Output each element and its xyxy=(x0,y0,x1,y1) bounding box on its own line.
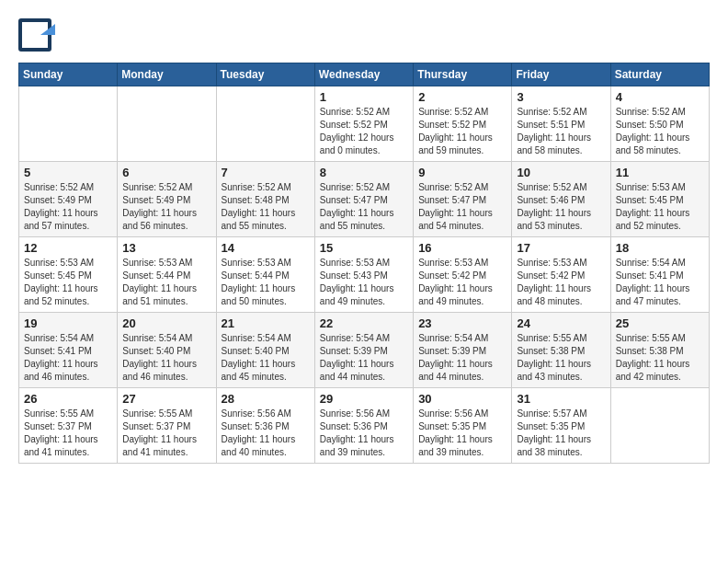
calendar-week-3: 19Sunrise: 5:54 AMSunset: 5:41 PMDayligh… xyxy=(19,313,710,388)
day-details: Sunrise: 5:54 AMSunset: 5:40 PMDaylight:… xyxy=(122,332,210,384)
calendar-cell: 23Sunrise: 5:54 AMSunset: 5:39 PMDayligh… xyxy=(414,313,512,388)
day-details: Sunrise: 5:55 AMSunset: 5:37 PMDaylight:… xyxy=(122,408,210,459)
day-details: Sunrise: 5:52 AMSunset: 5:47 PMDaylight:… xyxy=(320,181,408,233)
day-number: 13 xyxy=(122,241,210,255)
calendar-cell: 10Sunrise: 5:52 AMSunset: 5:46 PMDayligh… xyxy=(512,162,610,237)
day-number: 11 xyxy=(616,166,704,179)
day-details: Sunrise: 5:53 AMSunset: 5:45 PMDaylight:… xyxy=(616,181,704,233)
day-details: Sunrise: 5:56 AMSunset: 5:36 PMDaylight:… xyxy=(320,408,408,459)
day-number: 1 xyxy=(320,90,408,104)
calendar-week-1: 5Sunrise: 5:52 AMSunset: 5:49 PMDaylight… xyxy=(19,162,710,237)
day-number: 15 xyxy=(320,241,408,255)
logo xyxy=(18,18,57,53)
calendar-cell: 31Sunrise: 5:57 AMSunset: 5:35 PMDayligh… xyxy=(512,388,610,464)
day-details: Sunrise: 5:55 AMSunset: 5:37 PMDaylight:… xyxy=(24,408,112,459)
day-number: 12 xyxy=(24,241,112,255)
day-number: 21 xyxy=(222,316,310,330)
calendar-cell xyxy=(216,86,314,162)
day-number: 16 xyxy=(418,241,506,255)
calendar-cell: 27Sunrise: 5:55 AMSunset: 5:37 PMDayligh… xyxy=(118,388,216,464)
day-details: Sunrise: 5:53 AMSunset: 5:42 PMDaylight:… xyxy=(418,257,506,308)
calendar-cell: 19Sunrise: 5:54 AMSunset: 5:41 PMDayligh… xyxy=(19,313,118,388)
calendar-cell xyxy=(19,86,118,162)
day-details: Sunrise: 5:52 AMSunset: 5:47 PMDaylight:… xyxy=(418,181,506,233)
calendar-cell xyxy=(118,86,216,162)
day-details: Sunrise: 5:52 AMSunset: 5:51 PMDaylight:… xyxy=(517,106,605,157)
calendar-cell: 11Sunrise: 5:53 AMSunset: 5:45 PMDayligh… xyxy=(610,162,709,237)
day-number: 7 xyxy=(222,166,310,179)
calendar-cell: 9Sunrise: 5:52 AMSunset: 5:47 PMDaylight… xyxy=(414,162,512,237)
day-details: Sunrise: 5:54 AMSunset: 5:40 PMDaylight:… xyxy=(222,332,310,384)
day-details: Sunrise: 5:52 AMSunset: 5:49 PMDaylight:… xyxy=(24,181,112,233)
day-number: 19 xyxy=(24,316,112,330)
day-number: 5 xyxy=(24,166,112,179)
day-details: Sunrise: 5:53 AMSunset: 5:44 PMDaylight:… xyxy=(222,257,310,308)
day-details: Sunrise: 5:53 AMSunset: 5:45 PMDaylight:… xyxy=(24,257,112,308)
day-number: 8 xyxy=(320,166,408,179)
calendar-cell: 5Sunrise: 5:52 AMSunset: 5:49 PMDaylight… xyxy=(19,162,118,237)
calendar-cell: 28Sunrise: 5:56 AMSunset: 5:36 PMDayligh… xyxy=(216,388,314,464)
day-details: Sunrise: 5:55 AMSunset: 5:38 PMDaylight:… xyxy=(517,332,605,384)
day-details: Sunrise: 5:53 AMSunset: 5:43 PMDaylight:… xyxy=(320,257,408,308)
calendar-cell: 14Sunrise: 5:53 AMSunset: 5:44 PMDayligh… xyxy=(216,237,314,313)
day-number: 4 xyxy=(616,90,704,104)
header-tuesday: Tuesday xyxy=(216,63,314,86)
day-number: 25 xyxy=(616,316,704,330)
calendar-cell: 26Sunrise: 5:55 AMSunset: 5:37 PMDayligh… xyxy=(19,388,118,464)
day-details: Sunrise: 5:55 AMSunset: 5:38 PMDaylight:… xyxy=(616,332,704,384)
day-number: 9 xyxy=(418,166,506,179)
calendar-cell: 4Sunrise: 5:52 AMSunset: 5:50 PMDaylight… xyxy=(610,86,709,162)
day-number: 30 xyxy=(418,392,506,406)
day-details: Sunrise: 5:52 AMSunset: 5:50 PMDaylight:… xyxy=(616,106,704,157)
calendar-cell: 16Sunrise: 5:53 AMSunset: 5:42 PMDayligh… xyxy=(414,237,512,313)
day-number: 18 xyxy=(616,241,704,255)
calendar-cell: 20Sunrise: 5:54 AMSunset: 5:40 PMDayligh… xyxy=(118,313,216,388)
day-details: Sunrise: 5:57 AMSunset: 5:35 PMDaylight:… xyxy=(517,408,605,459)
day-number: 17 xyxy=(517,241,605,255)
header-friday: Friday xyxy=(512,63,610,86)
calendar-cell: 21Sunrise: 5:54 AMSunset: 5:40 PMDayligh… xyxy=(216,313,314,388)
header-monday: Monday xyxy=(118,63,216,86)
calendar-cell: 7Sunrise: 5:52 AMSunset: 5:48 PMDaylight… xyxy=(216,162,314,237)
header-thursday: Thursday xyxy=(414,63,512,86)
day-number: 29 xyxy=(320,392,408,406)
day-number: 28 xyxy=(222,392,310,406)
calendar-cell: 24Sunrise: 5:55 AMSunset: 5:38 PMDayligh… xyxy=(512,313,610,388)
day-details: Sunrise: 5:52 AMSunset: 5:52 PMDaylight:… xyxy=(320,106,408,157)
calendar-cell: 12Sunrise: 5:53 AMSunset: 5:45 PMDayligh… xyxy=(19,237,118,313)
day-details: Sunrise: 5:54 AMSunset: 5:41 PMDaylight:… xyxy=(24,332,112,384)
day-number: 14 xyxy=(222,241,310,255)
calendar-cell: 13Sunrise: 5:53 AMSunset: 5:44 PMDayligh… xyxy=(118,237,216,313)
calendar-week-2: 12Sunrise: 5:53 AMSunset: 5:45 PMDayligh… xyxy=(19,237,710,313)
day-number: 23 xyxy=(418,316,506,330)
day-number: 26 xyxy=(24,392,112,406)
day-details: Sunrise: 5:54 AMSunset: 5:39 PMDaylight:… xyxy=(418,332,506,384)
calendar-cell: 29Sunrise: 5:56 AMSunset: 5:36 PMDayligh… xyxy=(314,388,413,464)
calendar-cell: 17Sunrise: 5:53 AMSunset: 5:42 PMDayligh… xyxy=(512,237,610,313)
day-number: 22 xyxy=(320,316,408,330)
page-header xyxy=(18,18,710,53)
day-number: 2 xyxy=(418,90,506,104)
day-details: Sunrise: 5:56 AMSunset: 5:35 PMDaylight:… xyxy=(418,408,506,459)
day-number: 20 xyxy=(122,316,210,330)
calendar-cell: 2Sunrise: 5:52 AMSunset: 5:52 PMDaylight… xyxy=(414,86,512,162)
day-number: 31 xyxy=(517,392,605,406)
calendar-cell: 22Sunrise: 5:54 AMSunset: 5:39 PMDayligh… xyxy=(314,313,413,388)
day-details: Sunrise: 5:53 AMSunset: 5:42 PMDaylight:… xyxy=(517,257,605,308)
calendar-cell: 8Sunrise: 5:52 AMSunset: 5:47 PMDaylight… xyxy=(314,162,413,237)
calendar-cell: 25Sunrise: 5:55 AMSunset: 5:38 PMDayligh… xyxy=(610,313,709,388)
day-details: Sunrise: 5:52 AMSunset: 5:52 PMDaylight:… xyxy=(418,106,506,157)
day-details: Sunrise: 5:52 AMSunset: 5:48 PMDaylight:… xyxy=(222,181,310,233)
day-number: 24 xyxy=(517,316,605,330)
day-number: 10 xyxy=(517,166,605,179)
calendar-cell: 18Sunrise: 5:54 AMSunset: 5:41 PMDayligh… xyxy=(610,237,709,313)
calendar-cell: 1Sunrise: 5:52 AMSunset: 5:52 PMDaylight… xyxy=(314,86,413,162)
day-details: Sunrise: 5:53 AMSunset: 5:44 PMDaylight:… xyxy=(122,257,210,308)
header-saturday: Saturday xyxy=(610,63,709,86)
calendar-week-0: 1Sunrise: 5:52 AMSunset: 5:52 PMDaylight… xyxy=(19,86,710,162)
day-number: 3 xyxy=(517,90,605,104)
day-details: Sunrise: 5:52 AMSunset: 5:46 PMDaylight:… xyxy=(517,181,605,233)
calendar-week-4: 26Sunrise: 5:55 AMSunset: 5:37 PMDayligh… xyxy=(19,388,710,464)
day-details: Sunrise: 5:52 AMSunset: 5:49 PMDaylight:… xyxy=(122,181,210,233)
calendar-cell: 30Sunrise: 5:56 AMSunset: 5:35 PMDayligh… xyxy=(414,388,512,464)
